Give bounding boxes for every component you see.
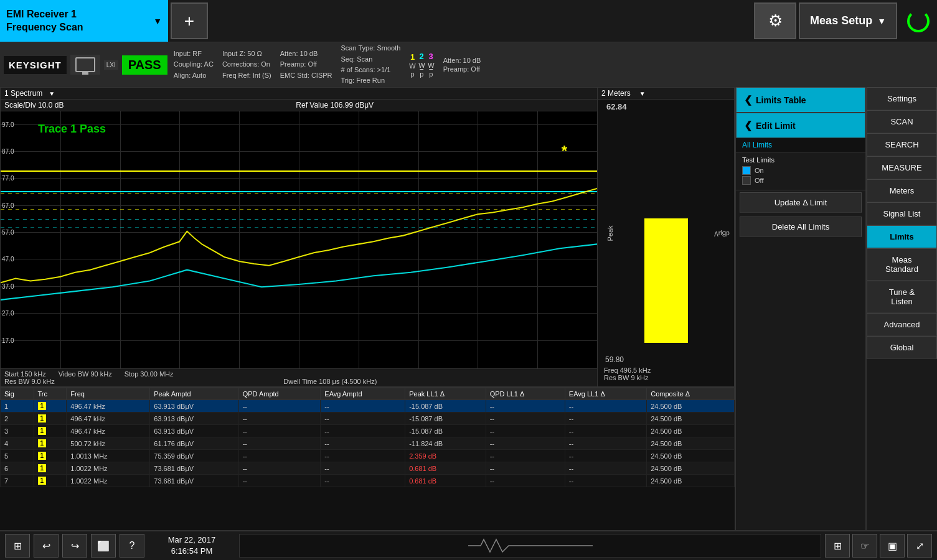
- meter-bottom-value: 59.80: [605, 355, 624, 364]
- tab-measure[interactable]: MEASURE: [867, 156, 937, 179]
- expand-button[interactable]: ⤢: [907, 534, 932, 558]
- tab-search[interactable]: SEARCH: [867, 133, 937, 156]
- test-limits-on-label: On: [755, 167, 764, 174]
- cell-peak: 63.913 dBμV: [150, 400, 238, 413]
- spectrum-dropdown-icon[interactable]: ▼: [49, 90, 55, 97]
- bottom-bar: ⊞ ↩ ↪ ⬜ ? Mar 22, 2017 6:16:54 PM ⊞ ☞ ▣ …: [0, 530, 937, 560]
- test-limits-title: Test Limits: [742, 156, 859, 164]
- trace-3-button[interactable]: 3 W̲ p: [428, 52, 435, 78]
- delete-all-button[interactable]: Delete All Limits: [740, 217, 862, 237]
- cell-eavg-ll1: --: [565, 400, 646, 413]
- limit-dashed-yellow2: [1, 209, 597, 210]
- all-limits-label: All Limits: [736, 138, 865, 152]
- cell-composite: 24.500 dB: [647, 450, 735, 462]
- table-row[interactable]: 21496.47 kHz63.913 dBμV-----15.087 dB---…: [1, 413, 735, 425]
- limits-table-button[interactable]: ❮ Limits Table: [736, 87, 865, 113]
- meas-setup-dropdown-icon: ▼: [877, 16, 886, 26]
- tab-settings[interactable]: Settings: [867, 87, 937, 110]
- monitor-icon: [75, 57, 95, 72]
- keysight-logo: KEYSIGHT: [4, 56, 67, 74]
- update-delta-button[interactable]: Update Δ Limit: [740, 192, 862, 213]
- gear-button[interactable]: ⚙: [754, 2, 796, 39]
- redo-icon: ↪: [71, 540, 79, 552]
- tab-signal-list[interactable]: Signal List: [867, 202, 937, 225]
- col-qpd-amptd: QPD Amptd: [238, 388, 321, 400]
- trace-yellow-upper: [1, 170, 597, 172]
- test-limits-off-row[interactable]: Off: [742, 176, 859, 185]
- cell-eavg: --: [321, 462, 405, 475]
- tab-tune-listen[interactable]: Tune & Listen: [867, 281, 937, 313]
- signal-table-body: 11496.47 kHz63.913 dBμV-----15.087 dB---…: [1, 400, 735, 487]
- cell-peak: 75.359 dBμV: [150, 450, 238, 462]
- footer-dwell: Dwell Time 108 μs (4.500 kHz): [67, 378, 593, 385]
- expand-icon: ⤢: [916, 540, 924, 552]
- layout-button[interactable]: ▣: [880, 534, 905, 558]
- test-limits-on-row[interactable]: On: [742, 166, 859, 175]
- tab-scan[interactable]: SCAN: [867, 110, 937, 133]
- screenshot-button[interactable]: ⬜: [91, 534, 116, 558]
- tab-meas-standard[interactable]: Meas Standard: [867, 248, 937, 281]
- redo-button[interactable]: ↪: [62, 534, 87, 558]
- spectrum-header: 1 Spectrum ▼: [1, 88, 597, 100]
- cell-qpd-ll1: --: [486, 450, 565, 462]
- cell-sig: 3: [1, 425, 34, 437]
- trace-pass-label: Trace 1 Pass: [38, 123, 106, 136]
- cell-qpd: --: [238, 462, 321, 475]
- tab-meters[interactable]: Meters: [867, 179, 937, 202]
- meters-dropdown-icon[interactable]: ▼: [639, 90, 646, 97]
- col-freq: Freq: [67, 388, 150, 400]
- top-bar: EMI Receiver 1 Frequency Scan ▼ + ⚙ Meas…: [0, 0, 937, 42]
- cell-qpd: --: [238, 450, 321, 462]
- table-row[interactable]: 11496.47 kHz63.913 dBμV-----15.087 dB---…: [1, 400, 735, 413]
- cell-qpd-ll1: --: [486, 425, 565, 437]
- cell-trc: 1: [34, 437, 67, 450]
- cell-sig: 1: [1, 400, 34, 413]
- y-label-57: 57.0: [2, 229, 14, 236]
- windows-button[interactable]: ⊞: [5, 534, 30, 558]
- table-row[interactable]: 511.0013 MHz75.359 dBμV----2.359 dB----2…: [1, 450, 735, 462]
- touch-button[interactable]: ☞: [852, 534, 877, 558]
- undo-button[interactable]: ↩: [34, 534, 59, 558]
- trace-2-button[interactable]: 2 W̲ p: [418, 52, 425, 78]
- meter-content: 62.84 Peak dBμV 59.80 Freq 496.5 kHz Res…: [598, 100, 734, 386]
- grid-icon: ⊞: [834, 540, 842, 552]
- waveform-area: [239, 534, 821, 558]
- datetime-display: Mar 22, 2017 6:16:54 PM: [148, 534, 235, 557]
- col-eavg-amptd: EAvg Amptd: [321, 388, 405, 400]
- edit-limit-button[interactable]: ❮ Edit Limit: [736, 113, 865, 138]
- title-dropdown-arrow-icon[interactable]: ▼: [153, 16, 162, 26]
- add-button[interactable]: +: [171, 2, 208, 39]
- spectrum-footer: Start 150 kHz Video BW 90 kHz Stop 30.00…: [1, 368, 597, 386]
- cell-freq: 496.47 kHz: [67, 425, 150, 437]
- tab-global[interactable]: Global: [867, 336, 937, 359]
- scan-info-group: Scan Type: Smooth Seq: Scan # of Scans: …: [339, 44, 403, 86]
- test-limits-on-radio[interactable]: [742, 166, 751, 175]
- tab-limits[interactable]: Limits: [867, 225, 937, 248]
- spectrum-plot[interactable]: 97.0 87.0 77.0 67.0 57.0 47.0 37.0 27.0 …: [1, 111, 597, 368]
- footer-start: Start 150 kHz: [4, 370, 46, 378]
- test-limits-off-radio[interactable]: [742, 176, 751, 185]
- cell-peak: 63.913 dBμV: [150, 425, 238, 437]
- cell-eavg-ll1: --: [565, 437, 646, 450]
- tab-advanced[interactable]: Advanced: [867, 313, 937, 336]
- spectrum-panel: 1 Spectrum ▼ Scale/Div 10.0 dB Ref Value…: [0, 87, 598, 387]
- main-content: 1 Spectrum ▼ Scale/Div 10.0 dB Ref Value…: [0, 87, 937, 530]
- layout-icon: ▣: [888, 540, 897, 552]
- meas-setup-button[interactable]: Meas Setup ▼: [799, 2, 897, 39]
- cell-eavg-ll1: --: [565, 462, 646, 475]
- cell-qpd: --: [238, 413, 321, 425]
- meter-bar: [644, 218, 688, 343]
- col-trc: Trc: [34, 388, 67, 400]
- table-row[interactable]: 31496.47 kHz63.913 dBμV-----15.087 dB---…: [1, 425, 735, 437]
- help-button[interactable]: ?: [120, 534, 144, 558]
- app-title-area: EMI Receiver 1 Frequency Scan ▼: [0, 0, 168, 42]
- trace-1-button[interactable]: 1 W p: [409, 52, 415, 78]
- meters-header: 2 Meters ▼: [598, 88, 734, 100]
- grid-button[interactable]: ⊞: [825, 534, 850, 558]
- table-row[interactable]: 711.0022 MHz73.681 dBμV----0.681 dB----2…: [1, 475, 735, 487]
- table-row[interactable]: 41500.72 kHz61.176 dBμV-----11.824 dB---…: [1, 437, 735, 450]
- cell-composite: 24.500 dB: [647, 425, 735, 437]
- col-peak-amptd: Peak Amptd: [150, 388, 238, 400]
- footer-res-bw: Res BW 9.0 kHz: [4, 378, 55, 385]
- table-row[interactable]: 611.0022 MHz73.681 dBμV----0.681 dB----2…: [1, 462, 735, 475]
